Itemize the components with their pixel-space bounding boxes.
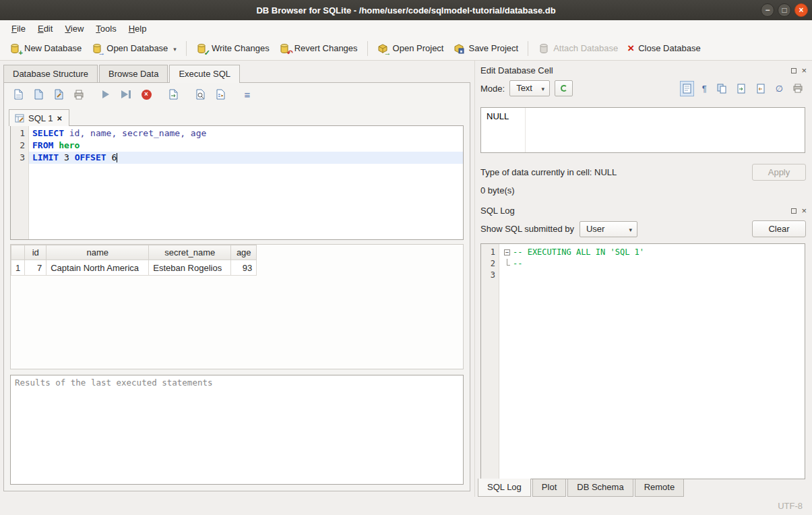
menu-edit[interactable]: Edit (32, 22, 59, 36)
clear-log-button[interactable]: Clear (752, 220, 806, 237)
tab-database-structure[interactable]: Database Structure (3, 65, 98, 82)
cell-age[interactable]: 93 (231, 260, 257, 276)
results-grid[interactable]: id name secret_name age 1 7 Captain Nort… (10, 244, 464, 369)
sql-keyword: LIMIT (32, 152, 59, 162)
maximize-button[interactable]: □ (778, 3, 791, 17)
table-row[interactable]: 1 7 Captain North America Esteban Rogeli… (11, 260, 257, 276)
open-database-dropdown-icon[interactable]: ▾ (173, 46, 177, 54)
column-header-age[interactable]: age (231, 245, 257, 260)
float-dock-icon[interactable] (791, 208, 797, 214)
write-changes-button[interactable]: ✓ Write Changes (191, 40, 274, 57)
main-tab-bar: Database Structure Browse Data Execute S… (0, 65, 474, 82)
revert-changes-button[interactable]: ↶ Revert Changes (274, 40, 363, 57)
save-sql-as-icon[interactable] (50, 86, 67, 102)
log-line-2: -- (499, 258, 805, 270)
mode-label: Mode: (480, 84, 505, 94)
format-sql-icon[interactable]: ≡ (239, 86, 256, 102)
close-dock-icon[interactable]: × (801, 68, 807, 73)
import-data-icon[interactable] (735, 82, 748, 96)
left-pane: Database Structure Browse Data Execute S… (0, 61, 474, 497)
stop-execution-icon[interactable]: × (137, 86, 155, 102)
execute-current-line-icon[interactable] (117, 86, 135, 102)
encoding-indicator[interactable]: UTF-8 (778, 501, 803, 511)
menu-file[interactable]: File (5, 22, 32, 36)
column-header-id[interactable]: id (25, 245, 46, 260)
save-project-button[interactable]: Save Project (448, 40, 523, 57)
sql-log-viewer[interactable]: 1 2 3 − -- EXECUTING ALL IN 'SQL 1' -- (480, 243, 805, 479)
corner-header (11, 245, 25, 260)
sql-editor[interactable]: 1 2 3 SELECT id, name, secret_name, age … (10, 125, 464, 240)
write-changes-label: Write Changes (212, 43, 270, 53)
close-dock-icon[interactable]: × (801, 208, 807, 214)
open-sql-file-icon[interactable] (9, 86, 27, 102)
dock-controls: × (791, 208, 807, 214)
chevron-down-icon: ▾ (542, 86, 545, 92)
tab-plot[interactable]: Plot (532, 479, 566, 497)
log-text: -- (513, 258, 522, 270)
menu-tools[interactable]: Tools (90, 22, 122, 36)
line-number: 2 (11, 140, 25, 152)
sql-keyword: FROM (32, 140, 53, 150)
log-filter-select[interactable]: User ▾ (580, 221, 637, 237)
set-null-icon[interactable]: ∅ (774, 82, 785, 95)
close-window-button[interactable]: × (794, 3, 808, 17)
row-number-cell: 1 (11, 260, 25, 276)
save-sql-file-icon[interactable] (30, 86, 47, 102)
sql-editor-tab[interactable]: SQL 1 × (9, 109, 69, 126)
window-controls: − □ × (761, 3, 808, 17)
new-database-button[interactable]: + New Database (4, 40, 86, 57)
cell-secret-name[interactable]: Esteban Rogelios (149, 260, 231, 276)
float-dock-icon[interactable] (791, 68, 797, 73)
cell-editor[interactable]: NULL (480, 107, 805, 153)
text-view-icon[interactable] (680, 81, 694, 96)
cell-name[interactable]: Captain North America (46, 260, 149, 276)
export-data-icon[interactable] (754, 82, 768, 96)
open-arrow-badge-icon: → (98, 49, 105, 57)
sql-tab-bar: SQL 1 × (4, 106, 470, 125)
open-database-button[interactable]: → Open Database ▾ (86, 40, 181, 57)
titlebar[interactable]: DB Browser for SQLite - /home/user/code/… (0, 0, 812, 20)
menu-help[interactable]: Help (123, 22, 153, 36)
menu-view[interactable]: View (59, 22, 90, 36)
column-header-name[interactable]: name (46, 245, 149, 260)
word-wrap-icon[interactable]: ¶ (700, 82, 709, 95)
log-content: − -- EXECUTING ALL IN 'SQL 1' -- (499, 244, 805, 479)
apply-button[interactable]: Apply (752, 164, 806, 181)
save-project-label: Save Project (468, 43, 518, 53)
close-tab-icon[interactable]: × (57, 113, 62, 123)
log-text: -- EXECUTING ALL IN 'SQL 1' (513, 247, 644, 258)
cell-id[interactable]: 7 (25, 260, 46, 276)
auto-apply-button[interactable] (555, 80, 573, 96)
sql-log-filter-row: Show SQL submitted by User ▾ Clear (475, 218, 812, 243)
results-header-row: id name secret_name age (11, 245, 257, 260)
open-project-button[interactable]: → Open Project (373, 40, 449, 57)
export-results-icon[interactable] (164, 86, 182, 102)
execute-all-icon[interactable] (97, 86, 115, 102)
cell-type-info: Type of data currently in cell: NULL (480, 167, 617, 177)
tab-db-schema[interactable]: DB Schema (567, 479, 633, 497)
minimize-button[interactable]: − (761, 3, 774, 17)
auto-complete-icon[interactable] (212, 86, 229, 102)
sql-editor-toolbar: × ≡ (4, 83, 470, 106)
tab-browse-data[interactable]: Browse Data (99, 65, 168, 82)
close-database-button[interactable]: × Close Database (623, 40, 705, 57)
sql-code-area[interactable]: SELECT id, name, secret_name, age FROM h… (29, 126, 463, 239)
tab-remote[interactable]: Remote (635, 479, 685, 497)
sql-keyword: OFFSET (75, 152, 106, 162)
attach-database-button[interactable]: Attach Database (533, 40, 623, 57)
execute-sql-panel: × ≡ (3, 82, 470, 491)
tab-sql-log[interactable]: SQL Log (478, 479, 531, 497)
write-changes-icon: ✓ (196, 42, 208, 54)
copy-data-icon[interactable] (715, 82, 728, 96)
open-arrow-badge-icon: → (384, 49, 392, 57)
collapse-icon[interactable]: − (504, 249, 510, 255)
find-icon[interactable] (191, 86, 209, 102)
column-header-secret-name[interactable]: secret_name (149, 245, 231, 260)
print-sql-icon[interactable] (70, 86, 88, 102)
mode-select[interactable]: Text ▾ (509, 80, 550, 96)
line-number: 2 (481, 258, 495, 270)
print-cell-icon[interactable] (791, 82, 805, 95)
tab-execute-sql[interactable]: Execute SQL (169, 65, 240, 83)
log-line-1: − -- EXECUTING ALL IN 'SQL 1' (499, 247, 805, 258)
right-pane: Edit Database Cell × Mode: Text ▾ (474, 61, 812, 497)
